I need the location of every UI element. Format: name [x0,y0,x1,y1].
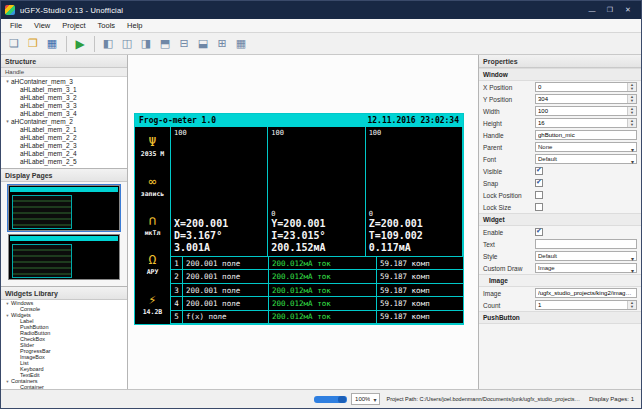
align-middle-icon[interactable]: ⊟ [175,35,193,53]
design-canvas[interactable]: Frog-o-meter 1.0 12.11.2016 23:02:34 Ψ 2… [128,55,478,389]
cell-magnetometer[interactable]: ∩ мкТл [135,206,170,245]
zoom-slider[interactable] [314,396,347,403]
cell-usb[interactable]: Ψ 2035 М [135,127,170,166]
spin-down-icon[interactable] [628,123,636,127]
cell-power[interactable]: ⚡ 14.2В [135,285,170,324]
width-spinner[interactable] [535,106,637,116]
group-widget[interactable]: Widget [479,213,641,226]
align-center-horizontal-icon[interactable]: ◫ [118,35,136,53]
expand-arrow-icon[interactable]: ▾ [4,301,11,306]
spin-down-icon[interactable] [628,305,636,309]
structure-tree-item[interactable]: aHLabel_mem_3_1 [1,85,127,93]
structure-column-header[interactable]: Handle [1,68,127,77]
icon-label: 2035 М [141,150,164,158]
custom-draw-select[interactable]: Image [535,263,637,273]
height-spinner[interactable] [535,118,637,128]
visible-checkbox[interactable] [535,167,543,175]
structure-tree-item[interactable]: aHLabel_mem_2_3 [1,141,127,149]
menu-item[interactable]: View [28,20,56,31]
align-left-icon[interactable]: ◧ [99,35,117,53]
maximize-button[interactable]: ❐ [601,3,619,17]
spinner-arrows[interactable] [627,119,636,127]
expand-arrow-icon[interactable]: ▾ [4,78,11,84]
align-bottom-icon[interactable]: ⬓ [194,35,212,53]
spin-down-icon[interactable] [628,99,636,103]
spinner-arrows[interactable] [627,107,636,115]
page-thumbnail[interactable] [8,234,120,280]
comp-cell: 59.187 комп [377,270,463,282]
expand-arrow-icon[interactable]: ▾ [4,313,11,318]
structure-tree-item[interactable]: aHLabel_mem_2_4 [1,149,127,157]
group-window[interactable]: Window [479,68,641,81]
structure-tree-item[interactable]: aHLabel_mem_2_5 [1,157,127,165]
page-thumbnail[interactable] [8,185,120,231]
font-select[interactable]: Default [535,154,637,164]
text-input[interactable] [535,239,637,249]
count-spinner[interactable] [535,300,637,310]
snap-checkbox[interactable] [535,179,543,187]
new-file-icon[interactable]: ❏ [5,35,23,53]
meter-column[interactable]: 100 X=200.001 D=3.167° 3.001A [171,127,268,256]
display-preview[interactable]: Frog-o-meter 1.0 12.11.2016 23:02:34 Ψ 2… [134,113,464,325]
image-path-input[interactable] [535,288,637,298]
distribute-horizontal-icon[interactable]: ⊞ [213,35,231,53]
x-position-input[interactable] [536,83,627,91]
cell-microphone[interactable]: Ω АРУ [135,245,170,284]
open-project-icon[interactable]: ❐ [24,35,42,53]
structure-tree-item[interactable]: aHLabel_mem_3_3 [1,101,127,109]
spinner-arrows[interactable] [627,301,636,309]
height-input[interactable] [536,119,627,127]
field-cell: 200.001 поле [183,257,269,269]
prop-label: Height [483,120,535,127]
menu-item[interactable]: Project [56,20,91,31]
menu-item[interactable]: Tools [92,20,122,31]
x-position-spinner[interactable] [535,82,637,92]
structure-tree-item[interactable]: aHLabel_mem_2_2 [1,133,127,141]
handle-input[interactable] [535,130,637,140]
spin-down-icon[interactable] [628,87,636,91]
run-icon[interactable]: ▶ [71,35,89,53]
lock-size-checkbox[interactable] [535,203,543,211]
display-title: Frog-o-meter 1.0 [139,116,216,125]
expand-arrow-icon[interactable]: ▾ [4,379,11,384]
structure-tree-item[interactable]: ▾ aHContainer_mem_3 [1,77,127,85]
menu-item[interactable]: File [4,20,28,31]
structure-tree-item[interactable]: aHLabel_mem_3_2 [1,93,127,101]
minimize-button[interactable]: — [583,3,601,17]
parent-select[interactable]: None [535,142,637,152]
style-select[interactable]: Default [535,251,637,261]
prop-label: Lock Size [483,204,535,211]
spin-down-icon[interactable] [628,111,636,115]
group-image[interactable]: Image [479,274,641,287]
widget-tree-item[interactable]: Container [1,384,127,389]
prop-height: Height [479,117,641,129]
tree-item-label: aHContainer_mem_3 [11,78,73,85]
menu-item[interactable]: Help [121,20,148,31]
align-right-icon[interactable]: ◨ [137,35,155,53]
save-project-icon[interactable]: ▦ [43,35,61,53]
spinner-arrows[interactable] [627,95,636,103]
grid-icon[interactable]: ▦ [232,35,250,53]
cell-record[interactable]: ∞ запись [135,166,170,205]
group-pushbutton[interactable]: PushButton [479,311,641,324]
structure-panel-title: Structure [1,55,127,68]
y-position-input[interactable] [536,95,627,103]
width-input[interactable] [536,107,627,115]
count-input[interactable] [536,301,627,309]
row-number: 4 [171,297,183,309]
meter-value: Y=200.001 [271,218,361,230]
structure-tree-item[interactable]: aHLabel_mem_2_1 [1,125,127,133]
close-button[interactable]: ✕ [619,3,637,17]
enable-checkbox[interactable] [535,228,543,236]
meter-column[interactable]: 100 0 Y=200.001 I=23.015° 200.152мА [268,127,365,256]
meter-column[interactable]: 100 0 Z=200.001 T=109.002 0.117мА [366,127,463,256]
spinner-arrows[interactable] [627,83,636,91]
structure-tree-item[interactable]: aHLabel_mem_3_4 [1,109,127,117]
expand-arrow-icon[interactable]: ▾ [4,118,11,124]
y-position-spinner[interactable] [535,94,637,104]
meter-scale-top: 100 [369,129,459,137]
structure-tree-item[interactable]: ▾ aHContainer_mem_2 [1,117,127,125]
zoom-select[interactable]: 100% [351,393,380,405]
lock-position-checkbox[interactable] [535,191,543,199]
align-top-icon[interactable]: ⬒ [156,35,174,53]
